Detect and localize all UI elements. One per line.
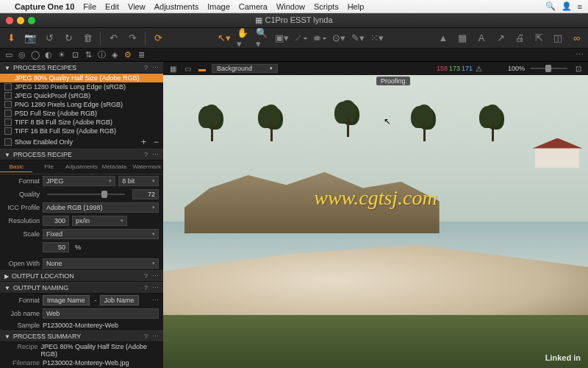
recipe-row[interactable]: PSD Full Size (Adobe RGB) <box>0 109 163 118</box>
output-location-header[interactable]: ▶ OUTPUT LOCATION ?⋯ <box>0 270 163 282</box>
recipe-checkbox[interactable] <box>4 74 12 82</box>
scale-mode-select[interactable]: Fixed▾ <box>43 229 159 239</box>
spot-tool-icon[interactable]: ⊙▾ <box>332 32 345 45</box>
resolution-unit-select[interactable]: px/in▾ <box>72 216 127 226</box>
add-recipe-button[interactable]: + <box>141 137 146 147</box>
recipe-row[interactable]: TIFF 16 Bit Full Size (Adobe RGB) <box>0 127 163 135</box>
tab-exposure-icon[interactable]: ☀ <box>56 50 68 60</box>
menu-camera[interactable]: Camera <box>239 2 268 11</box>
output-naming-header[interactable]: ▼ OUTPUT NAMING ?⋯ <box>0 282 163 294</box>
tab-metadata-icon[interactable]: ⓘ <box>96 50 107 60</box>
image-canvas[interactable]: Proofing ↖ www.cgtsj.com Linked in <box>163 75 588 368</box>
panel-help-icon[interactable]: ? <box>144 272 148 280</box>
rotate-left-icon[interactable]: ↺ <box>43 32 56 45</box>
menu-help[interactable]: Help <box>348 2 365 11</box>
menu-edit[interactable]: Edit <box>105 2 119 11</box>
hand-tool-icon[interactable]: ✋▾ <box>237 32 250 45</box>
panel-menu-icon[interactable]: ⋯ <box>152 64 159 71</box>
tab-adjust-icon[interactable]: ⇅ <box>82 50 94 60</box>
tab-batch-icon[interactable]: ≣ <box>135 50 147 60</box>
recipe-tab-metadata[interactable]: Metadata <box>98 162 130 172</box>
icc-select[interactable]: Adobe RGB (1998)▾ <box>43 202 159 213</box>
naming-menu-icon[interactable]: ⋯ <box>152 297 159 304</box>
open-with-select[interactable]: None▾ <box>43 258 159 269</box>
show-enabled-checkbox[interactable] <box>4 138 12 146</box>
panel-menu-icon[interactable]: ⋯ <box>152 333 159 340</box>
menubar-user-icon[interactable]: 👤 <box>562 1 572 11</box>
zoom-slider[interactable] <box>531 68 567 69</box>
resolution-input[interactable]: 300 <box>43 216 69 226</box>
minimize-window-button[interactable] <box>17 17 24 24</box>
process-summary-header[interactable]: ▼ PROCESS SUMMARY ?⋯ <box>0 330 163 342</box>
job-name-input[interactable]: Web <box>43 308 159 319</box>
view-single-icon[interactable]: ▭ <box>182 63 193 74</box>
overlay-icon[interactable]: ◫ <box>551 32 564 45</box>
recipe-checkbox[interactable] <box>4 83 12 91</box>
recipe-row[interactable]: JPEG 80% Quality Half Size (Adobe RGB) <box>0 74 163 82</box>
tab-capture-icon[interactable]: ◎ <box>16 50 28 60</box>
cursor-tool-icon[interactable]: ↖▾ <box>218 32 231 45</box>
panel-help-icon[interactable]: ? <box>144 333 148 340</box>
format-select[interactable]: JPEG▾ <box>43 176 115 186</box>
trash-icon[interactable]: 🗑 <box>81 32 94 45</box>
variant-select[interactable]: Background▾ <box>212 64 278 73</box>
menu-adjustments[interactable]: Adjustments <box>154 2 199 11</box>
name-token[interactable]: Job Name <box>100 295 139 305</box>
keystone-tool-icon[interactable]: ⩩▾ <box>313 32 326 45</box>
recipe-tab-file[interactable]: File <box>32 162 65 172</box>
crop-tool-icon[interactable]: ▣▾ <box>275 32 288 45</box>
menu-window[interactable]: Window <box>276 2 305 11</box>
name-token[interactable]: Image Name <box>43 295 90 305</box>
exposure-warning-icon[interactable]: ▲ <box>437 32 450 45</box>
remove-recipe-button[interactable]: − <box>154 137 159 147</box>
tab-lens-icon[interactable]: ◯ <box>29 50 41 60</box>
panel-help-icon[interactable]: ? <box>144 284 148 291</box>
annotation-icon[interactable]: A <box>475 32 488 45</box>
edit-with-icon[interactable]: ⇱ <box>532 32 545 45</box>
zoom-window-button[interactable] <box>28 17 35 24</box>
import-icon[interactable]: ⬇ <box>4 32 18 45</box>
panel-menu-icon[interactable]: ⋯ <box>152 272 159 280</box>
grid-icon[interactable]: ▦ <box>456 32 469 45</box>
tab-color-icon[interactable]: ◐ <box>43 50 54 60</box>
menubar-menu-icon[interactable]: ≡ <box>578 2 582 11</box>
focus-mask-icon[interactable]: ↗ <box>494 32 507 45</box>
recipe-tab-adjustments[interactable]: Adjustments <box>65 162 98 172</box>
recipe-row[interactable]: JPEG QuickProof (sRGB) <box>0 91 163 100</box>
recipe-tab-watermark[interactable]: Watermark <box>131 162 163 172</box>
redo-icon[interactable]: ↷ <box>126 32 139 45</box>
menu-view[interactable]: View <box>128 2 146 11</box>
print-icon[interactable]: 🖨 <box>513 32 526 45</box>
recipe-checkbox[interactable] <box>4 118 12 126</box>
quality-slider[interactable] <box>47 194 125 195</box>
recipe-checkbox[interactable] <box>4 92 12 99</box>
recipe-checkbox[interactable] <box>4 110 12 117</box>
reset-icon[interactable]: ⟳ <box>151 32 165 45</box>
recipe-tab-basic[interactable]: Basic <box>0 162 32 172</box>
process-recipes-header[interactable]: ▼ PROCESS RECIPES ?⋯ <box>0 62 163 74</box>
proofing-icon[interactable]: ∞ <box>570 32 584 45</box>
eyedropper-tool-icon[interactable]: ⁙▾ <box>370 32 384 45</box>
menu-image[interactable]: Image <box>207 2 230 11</box>
undo-icon[interactable]: ↶ <box>107 32 120 45</box>
view-primary-icon[interactable]: ▬ <box>197 63 207 74</box>
menubar-spotlight-icon[interactable]: 🔍 <box>545 1 556 11</box>
scale-input[interactable]: 50 <box>43 242 69 252</box>
warning-icon[interactable]: ⚠ <box>474 63 484 74</box>
close-window-button[interactable] <box>6 17 13 24</box>
view-multi-icon[interactable]: ▦ <box>168 63 178 74</box>
zoom-fit-icon[interactable]: ⊡ <box>573 63 584 74</box>
quality-input[interactable]: 72 <box>132 189 159 199</box>
recipe-row[interactable]: JPEG 1280 Pixels Long Edge (sRGB) <box>0 82 163 91</box>
mask-tool-icon[interactable]: ✎▾ <box>351 32 365 45</box>
bit-select[interactable]: 8 bit▾ <box>118 176 159 186</box>
menu-scripts[interactable]: Scripts <box>314 2 339 11</box>
panel-help-icon[interactable]: ? <box>144 151 148 158</box>
tab-library-icon[interactable]: ▭ <box>3 50 15 60</box>
loupe-tool-icon[interactable]: 🔍▾ <box>256 32 269 45</box>
panel-help-icon[interactable]: ? <box>144 64 148 71</box>
tab-output-icon[interactable]: ⚙ <box>122 50 134 60</box>
straighten-tool-icon[interactable]: ⟋▾ <box>294 32 307 45</box>
rotate-right-icon[interactable]: ↻ <box>62 32 75 45</box>
recipe-checkbox[interactable] <box>4 101 12 108</box>
